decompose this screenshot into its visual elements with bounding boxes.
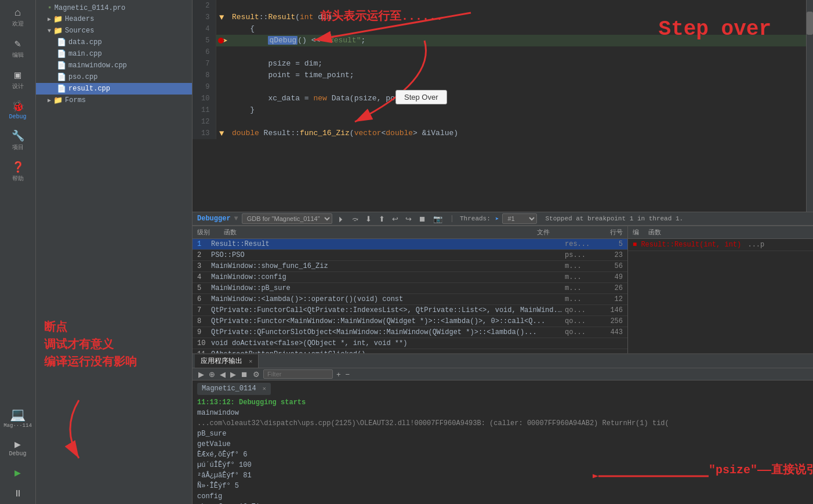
design-icon: ▣ bbox=[14, 68, 21, 81]
debug-btn-4[interactable]: ⬆ bbox=[377, 214, 387, 224]
line-content-4: { bbox=[227, 23, 806, 35]
sidebar-item-run[interactable]: ▶ bbox=[0, 462, 35, 484]
sidebar-item-stop[interactable]: ⏸ bbox=[0, 484, 35, 504]
stop-icon: ⏸ bbox=[13, 488, 23, 499]
data-cpp-icon: 📄 bbox=[57, 38, 66, 47]
sidebar-label-edit: 编辑 bbox=[12, 51, 24, 59]
sidebar-item-app[interactable]: 💻 Mag···114 bbox=[0, 403, 35, 433]
file-tree: ▪ Magnetic_0114.pro ▶ 📁 Headers ▼ 📁 Sour… bbox=[36, 0, 193, 504]
sidebar-label-help: 帮助 bbox=[12, 175, 24, 183]
tree-item-headers[interactable]: ▶ 📁 Headers bbox=[36, 13, 192, 25]
tree-item-data-cpp[interactable]: 📄 data.cpp bbox=[36, 37, 192, 48]
threads-label: Threads: bbox=[460, 215, 491, 222]
sidebar-item-design[interactable]: ▣ 设计 bbox=[0, 64, 35, 95]
row-2-line: 23 bbox=[600, 251, 623, 259]
tree-item-pso-cpp[interactable]: 📄 pso.cpp bbox=[36, 71, 192, 83]
output-btn-next[interactable]: ▶ bbox=[229, 370, 237, 379]
stack-row-5[interactable]: 5 MainWindow::pB_sure m... 26 bbox=[193, 283, 627, 294]
debug-btn-7[interactable]: ⏹ bbox=[417, 214, 428, 224]
debug-status: Stopped at breakpoint 1 in thread 1. bbox=[545, 215, 683, 222]
sidebar-item-debug[interactable]: 🐞 Debug bbox=[0, 95, 35, 125]
main-cpp-icon: 📄 bbox=[57, 49, 66, 59]
stack-row-6[interactable]: 6 MainWindow::<lambda()>::operator()(voi… bbox=[193, 294, 627, 305]
line-content-9 bbox=[227, 81, 806, 93]
output-btn-plus[interactable]: + bbox=[335, 370, 342, 379]
line-content-13: double Result::func_16_Ziz(vector<double… bbox=[227, 128, 806, 139]
tree-item-result-cpp[interactable]: 📄 result.cpp bbox=[36, 83, 192, 95]
output-tab-close[interactable]: ✕ bbox=[249, 358, 252, 365]
debug-btn-2[interactable]: ⤼ bbox=[350, 214, 360, 224]
line-marker-5: ➤ bbox=[216, 35, 227, 46]
line-content-2 bbox=[227, 0, 806, 12]
output-btn-stop[interactable]: ⏹ bbox=[239, 370, 249, 379]
line-num-7: 7 bbox=[193, 58, 216, 70]
output-btn-minus[interactable]: − bbox=[344, 370, 351, 379]
debug-btn-3[interactable]: ⬇ bbox=[364, 214, 373, 224]
debug-btn-6[interactable]: ↪ bbox=[404, 214, 413, 224]
right-col-func-header: 函数 bbox=[648, 228, 661, 237]
main-cpp-label: main.cpp bbox=[68, 50, 102, 58]
code-line-8: 8 point = time_point; bbox=[193, 70, 806, 81]
sidebar-item-edit[interactable]: ✎ 编辑 bbox=[0, 32, 35, 64]
output-btn-add[interactable]: ⊕ bbox=[208, 370, 216, 379]
sidebar-item-welcome[interactable]: ⌂ 欢迎 bbox=[0, 2, 35, 32]
debug-btn-1[interactable]: ⏵ bbox=[336, 214, 347, 224]
output-btn-run[interactable]: ▶ bbox=[197, 370, 205, 379]
line-marker-10 bbox=[216, 93, 227, 104]
forms-arrow: ▶ bbox=[48, 97, 51, 104]
output-btn-prev[interactable]: ◀ bbox=[219, 370, 227, 379]
stack-row-8[interactable]: 8 QtPrivate::Functor<MainWindow::MainWin… bbox=[193, 316, 627, 327]
row-1-level: 1 bbox=[197, 240, 211, 248]
edit-icon: ✎ bbox=[14, 37, 21, 50]
result-cpp-label: result.cpp bbox=[68, 85, 110, 93]
debug-btn-8[interactable]: 📷 bbox=[431, 214, 444, 224]
stack-row-1[interactable]: 1 Result::Result res... 5 bbox=[193, 239, 627, 250]
line-content-12 bbox=[227, 116, 806, 128]
sidebar-item-help[interactable]: ❓ 帮助 bbox=[0, 156, 35, 187]
tree-item-mainwindow-cpp[interactable]: 📄 mainwindow.cpp bbox=[36, 60, 192, 71]
bottom-section: 级别 函数 文件 行号 1 Result::Result res... 5 bbox=[193, 226, 813, 504]
debug-btn-5[interactable]: ↩ bbox=[390, 214, 400, 224]
sidebar-item-project[interactable]: 🔧 项目 bbox=[0, 125, 35, 156]
stack-row-11[interactable]: 11 QAbstractButtonPrivate::emitClicked() bbox=[193, 349, 627, 353]
right-stack-header: 编 函数 bbox=[628, 226, 813, 239]
code-line-6: 6 bbox=[193, 46, 806, 58]
line-num-8: 8 bbox=[193, 70, 216, 81]
result-class: Result bbox=[232, 13, 259, 21]
stack-row-10[interactable]: 10 void doActivate<false>(QObject *, int… bbox=[193, 338, 627, 349]
toolbar-sep-2: | bbox=[450, 215, 454, 223]
call-stack-rows[interactable]: 1 Result::Result res... 5 2 PSO::PSO ps.… bbox=[193, 239, 627, 353]
row-3-func: MainWindow::show_func_16_Ziz bbox=[211, 262, 565, 270]
line-num-5: 5 bbox=[193, 35, 216, 46]
tree-item-main-cpp[interactable]: 📄 main.cpp bbox=[36, 48, 192, 60]
tree-item-pro[interactable]: ▪ Magnetic_0114.pro bbox=[36, 2, 192, 13]
headers-arrow: ▶ bbox=[48, 16, 51, 23]
thread-arrow: ➤ bbox=[495, 215, 499, 223]
output-btn-settings[interactable]: ⚙ bbox=[252, 370, 261, 379]
stack-row-3[interactable]: 3 MainWindow::show_func_16_Ziz m... 56 bbox=[193, 261, 627, 272]
stack-row-4[interactable]: 4 MainWindow::config m... 49 bbox=[193, 272, 627, 283]
tree-item-sources[interactable]: ▼ 📁 Sources bbox=[36, 25, 192, 37]
app-tab-close[interactable]: ✕ bbox=[263, 386, 266, 392]
stack-row-9[interactable]: 9 QtPrivate::QFunctorSlotObject<MainWind… bbox=[193, 327, 627, 338]
call-stack-section: 级别 函数 文件 行号 1 Result::Result res... 5 bbox=[193, 226, 813, 353]
output-filter-input[interactable] bbox=[263, 369, 333, 379]
thread-selector[interactable]: #1 bbox=[502, 213, 537, 224]
gdb-selector[interactable]: GDB for "Magnetic_0114" bbox=[242, 213, 332, 224]
output-tab-app[interactable]: 应用程序输出 ✕ bbox=[195, 354, 259, 368]
stack-row-2[interactable]: 2 PSO::PSO ps... 23 bbox=[193, 250, 627, 261]
line-content-7: psize = dim; bbox=[227, 58, 806, 70]
output-content[interactable]: Magnetic_0114 ✕ 11:13:12: Debugging star… bbox=[193, 380, 813, 504]
stack-row-7[interactable]: 7 QtPrivate::FunctorCall<QtPrivate::Inde… bbox=[193, 305, 627, 316]
col-func-header: 函数 bbox=[224, 228, 237, 237]
output-line-getvalue: getValue bbox=[197, 439, 808, 449]
code-scroll[interactable]: 2 3 ▼ Result::Result(int dim bbox=[193, 0, 806, 212]
line-num-12: 12 bbox=[193, 116, 216, 128]
sidebar-item-debug-bottom[interactable]: ▶ Debug bbox=[0, 433, 35, 462]
code-scrollbar[interactable] bbox=[806, 0, 813, 212]
sidebar-label-design: 设计 bbox=[12, 82, 24, 90]
row-3-line: 56 bbox=[600, 262, 623, 270]
tree-item-forms[interactable]: ▶ 📁 Forms bbox=[36, 95, 192, 106]
code-editor[interactable]: 2 3 ▼ Result::Result(int dim bbox=[193, 0, 813, 212]
scrollbar-thumb[interactable] bbox=[807, 12, 813, 35]
